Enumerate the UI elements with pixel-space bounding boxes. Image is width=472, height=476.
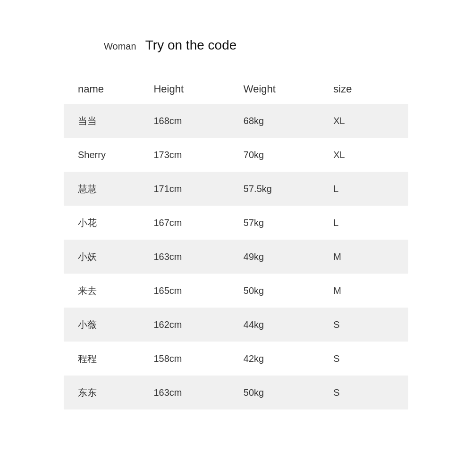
cell-size: S <box>333 376 408 409</box>
cell-height: 163cm <box>153 376 243 409</box>
cell-name: 来去 <box>64 274 153 308</box>
try-on-label: Try on the code <box>145 38 237 52</box>
col-header-height: Height <box>153 76 243 104</box>
table-row: 小妖163cm49kgM <box>64 240 408 274</box>
cell-weight: 57kg <box>244 206 333 240</box>
cell-weight: 50kg <box>244 376 333 409</box>
table-row: Sherry173cm70kgXL <box>64 138 408 172</box>
cell-size: S <box>333 308 408 342</box>
cell-height: 167cm <box>153 206 243 240</box>
cell-height: 158cm <box>153 342 243 376</box>
table-row: 小花167cm57kgL <box>64 206 408 240</box>
cell-weight: 49kg <box>244 240 333 274</box>
page-title: Woman Try on the code <box>104 38 236 53</box>
cell-weight: 70kg <box>244 138 333 172</box>
col-header-size: size <box>333 76 408 104</box>
table-row: 小薇162cm44kgS <box>64 308 408 342</box>
cell-size: XL <box>333 104 408 138</box>
table-header-row: name Height Weight size <box>64 76 408 104</box>
cell-height: 165cm <box>153 274 243 308</box>
table-row: 慧慧171cm57.5kgL <box>64 172 408 206</box>
col-header-weight: Weight <box>244 76 333 104</box>
cell-height: 163cm <box>153 240 243 274</box>
cell-size: XL <box>333 138 408 172</box>
table-row: 程程158cm42kgS <box>64 342 408 376</box>
cell-size: M <box>333 274 408 308</box>
cell-name: 东东 <box>64 376 153 409</box>
size-chart-table: name Height Weight size 当当168cm68kgXLShe… <box>64 76 408 409</box>
cell-height: 162cm <box>153 308 243 342</box>
table-row: 东东163cm50kgS <box>64 376 408 409</box>
cell-size: M <box>333 240 408 274</box>
table-row: 来去165cm50kgM <box>64 274 408 308</box>
cell-size: L <box>333 172 408 206</box>
cell-weight: 44kg <box>244 308 333 342</box>
cell-name: 慧慧 <box>64 172 153 206</box>
cell-weight: 50kg <box>244 274 333 308</box>
cell-height: 173cm <box>153 138 243 172</box>
cell-name: 程程 <box>64 342 153 376</box>
cell-name: 当当 <box>64 104 153 138</box>
cell-weight: 42kg <box>244 342 333 376</box>
table-body: 当当168cm68kgXLSherry173cm70kgXL慧慧171cm57.… <box>64 104 408 409</box>
cell-height: 171cm <box>153 172 243 206</box>
table-row: 当当168cm68kgXL <box>64 104 408 138</box>
cell-size: S <box>333 342 408 376</box>
cell-name: 小妖 <box>64 240 153 274</box>
cell-size: L <box>333 206 408 240</box>
cell-weight: 57.5kg <box>244 172 333 206</box>
cell-height: 168cm <box>153 104 243 138</box>
cell-name: 小花 <box>64 206 153 240</box>
cell-weight: 68kg <box>244 104 333 138</box>
cell-name: Sherry <box>64 138 153 172</box>
col-header-name: name <box>64 76 153 104</box>
cell-name: 小薇 <box>64 308 153 342</box>
woman-label: Woman <box>104 41 136 51</box>
